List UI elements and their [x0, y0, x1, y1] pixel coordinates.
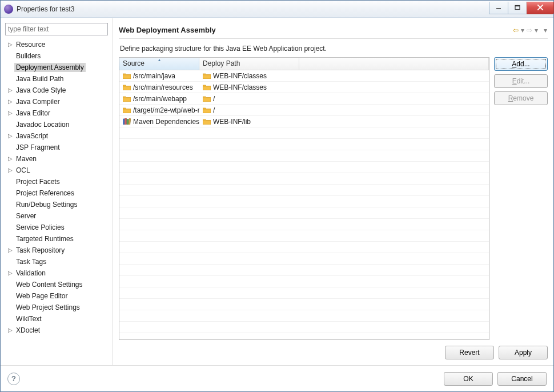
table-row-empty: [119, 230, 489, 242]
tree-item-web-content-settings[interactable]: ▷Web Content Settings: [4, 279, 110, 290]
assembly-table[interactable]: ▴ Source Deploy Path /src/main/javaWEB-I…: [119, 57, 489, 340]
tree-item-label: Web Content Settings: [14, 280, 85, 289]
folder-icon: [203, 73, 211, 79]
cell-source: /src/main/resources: [119, 83, 199, 91]
cancel-button[interactable]: Cancel: [497, 372, 547, 386]
table-row[interactable]: Maven DependenciesWEB-INF/lib: [119, 116, 489, 127]
table-body[interactable]: /src/main/javaWEB-INF/classes/src/main/r…: [119, 70, 489, 339]
tree-item-jsp-fragment[interactable]: ▷JSP Fragment: [4, 142, 110, 153]
expand-icon[interactable]: ▷: [6, 156, 14, 162]
expand-icon[interactable]: ▷: [6, 99, 14, 105]
close-button[interactable]: [527, 2, 554, 14]
cell-deploy: WEB-INF/lib: [199, 118, 299, 126]
table-row-empty: [119, 276, 489, 287]
titlebar[interactable]: Properties for test3: [1, 1, 553, 18]
cell-source: /src/main/java: [119, 72, 199, 80]
tree-item-task-tags[interactable]: ▷Task Tags: [4, 256, 110, 267]
tree-item-resource[interactable]: ▷Resource: [4, 39, 110, 50]
table-row-empty: [119, 299, 489, 310]
dialog-button-bar: ? OK Cancel: [1, 365, 553, 391]
tree-item-validation[interactable]: ▷Validation: [4, 267, 110, 279]
help-icon[interactable]: ?: [7, 373, 20, 385]
library-icon: [123, 118, 131, 125]
table-row[interactable]: /target/m2e-wtp/web-resources/: [119, 105, 489, 116]
tree-item-service-policies[interactable]: ▷Service Policies: [4, 222, 110, 233]
table-row[interactable]: /src/main/resourcesWEB-INF/classes: [119, 82, 489, 93]
table-row-empty: [119, 196, 489, 207]
cell-deploy: WEB-INF/classes: [199, 72, 299, 80]
tree-item-javascript[interactable]: ▷JavaScript: [4, 130, 110, 142]
table-row-empty: [119, 207, 489, 219]
minimize-button[interactable]: [489, 2, 508, 14]
expand-icon[interactable]: ▷: [6, 327, 14, 333]
nav-back-menu-icon[interactable]: ▾: [520, 26, 525, 34]
tree-item-label: XDoclet: [14, 326, 42, 335]
table-row[interactable]: /src/main/javaWEB-INF/classes: [119, 70, 489, 82]
maximize-button[interactable]: [508, 2, 527, 14]
table-row-empty: [119, 173, 489, 185]
tree-item-builders[interactable]: ▷Builders: [4, 50, 110, 62]
column-header-deploy[interactable]: Deploy Path: [199, 58, 299, 70]
add-button[interactable]: Add...: [494, 57, 548, 71]
cell-source: /target/m2e-wtp/web-resources: [119, 106, 199, 114]
table-row-empty: [119, 127, 489, 139]
tree-item-targeted-runtimes[interactable]: ▷Targeted Runtimes: [4, 233, 110, 245]
tree-item-ocl[interactable]: ▷OCL: [4, 165, 110, 176]
column-header-source[interactable]: ▴ Source: [119, 58, 199, 70]
edit-button[interactable]: Edit...: [494, 74, 548, 88]
tree-item-project-references[interactable]: ▷Project References: [4, 187, 110, 199]
tree-item-web-page-editor[interactable]: ▷Web Page Editor: [4, 290, 110, 302]
nav-forward-icon[interactable]: ⇨: [526, 26, 533, 34]
revert-button[interactable]: Revert: [445, 346, 494, 359]
nav-back-icon[interactable]: ⇦: [512, 26, 519, 34]
expand-icon[interactable]: ▷: [6, 167, 14, 173]
tree-item-xdoclet[interactable]: ▷XDoclet: [4, 325, 110, 336]
table-row-empty: [119, 219, 489, 230]
nav-forward-menu-icon[interactable]: ▾: [534, 26, 539, 34]
folder-icon: [203, 84, 211, 90]
properties-dialog: Properties for test3 ▷Resource▷Builders▷…: [0, 0, 554, 392]
view-menu-icon[interactable]: ▾: [543, 26, 548, 34]
window-controls: [489, 2, 554, 14]
assembly-buttons: Add... Edit... Remove: [494, 57, 548, 340]
expand-icon[interactable]: ▷: [6, 110, 14, 116]
expand-icon[interactable]: ▷: [6, 87, 14, 93]
remove-button[interactable]: Remove: [494, 91, 548, 105]
tree-item-run-debug-settings[interactable]: ▷Run/Debug Settings: [4, 199, 110, 210]
tree-item-wikitext[interactable]: ▷WikiText: [4, 313, 110, 325]
tree-item-label: Project Facets: [14, 177, 62, 186]
tree-item-maven[interactable]: ▷Maven: [4, 153, 110, 165]
table-row-empty: [119, 185, 489, 196]
tree-item-java-build-path[interactable]: ▷Java Build Path: [4, 73, 110, 85]
tree-item-label: Java Build Path: [14, 74, 65, 83]
tree-item-web-project-settings[interactable]: ▷Web Project Settings: [4, 302, 110, 313]
folder-icon: [203, 95, 211, 102]
expand-icon[interactable]: ▷: [6, 247, 14, 253]
tree-item-task-repository[interactable]: ▷Task Repository: [4, 245, 110, 256]
filter-input[interactable]: [5, 23, 108, 35]
ok-button[interactable]: OK: [444, 372, 493, 386]
tree-item-java-code-style[interactable]: ▷Java Code Style: [4, 85, 110, 96]
tree-item-label: Project References: [14, 189, 76, 198]
page-content: Web Deployment Assembly ⇦ ▾ ⇨ ▾ ▾ Define…: [113, 18, 553, 365]
tree-item-label: Java Compiler: [14, 97, 62, 106]
apply-button[interactable]: Apply: [499, 346, 548, 359]
table-row[interactable]: /src/main/webapp/: [119, 93, 489, 105]
tree-item-java-compiler[interactable]: ▷Java Compiler: [4, 96, 110, 107]
cell-source: Maven Dependencies: [119, 118, 199, 126]
tree-item-project-facets[interactable]: ▷Project Facets: [4, 176, 110, 187]
table-header: ▴ Source Deploy Path: [119, 58, 489, 70]
expand-icon[interactable]: ▷: [6, 42, 14, 47]
tree-item-server[interactable]: ▷Server: [4, 210, 110, 222]
tree-item-javadoc-location[interactable]: ▷Javadoc Location: [4, 119, 110, 130]
tree-item-deployment-assembly[interactable]: ▷Deployment Assembly: [4, 62, 110, 73]
tree-item-label: Java Code Style: [14, 86, 67, 95]
tree-item-label: JSP Fragment: [14, 143, 61, 152]
table-row-empty: [119, 150, 489, 162]
tree-item-label: Builders: [14, 51, 42, 61]
expand-icon[interactable]: ▷: [6, 133, 14, 139]
expand-icon[interactable]: ▷: [6, 270, 14, 276]
tree-item-java-editor[interactable]: ▷Java Editor: [4, 107, 110, 119]
category-tree[interactable]: ▷Resource▷Builders▷Deployment Assembly▷J…: [3, 38, 110, 365]
tree-item-label: Targeted Runtimes: [14, 234, 75, 243]
